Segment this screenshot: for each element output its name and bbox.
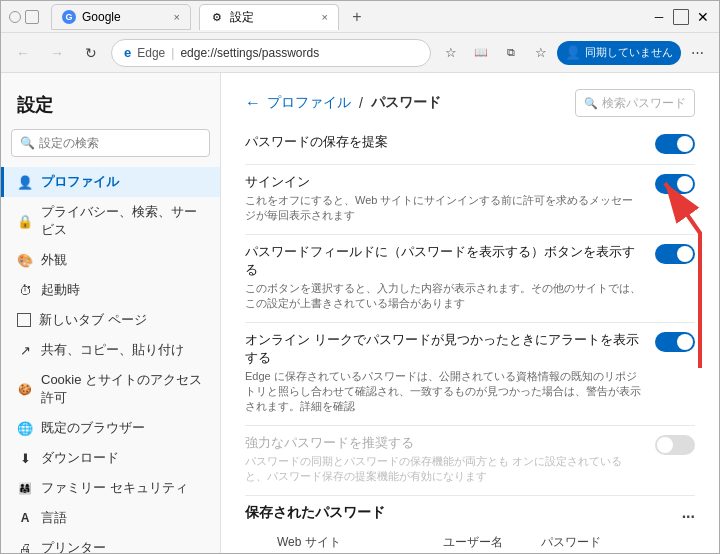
section-suggest-strong-title: 強力なパスワードを推奨する bbox=[245, 434, 643, 452]
sidebar-item-printer-label: プリンター bbox=[41, 539, 106, 553]
toggle-show-password[interactable] bbox=[655, 244, 695, 264]
section-alert-online-title: オンライン リークでパスワードが見つかったときにアラートを表示する bbox=[245, 331, 643, 367]
section-show-password-row: パスワードフィールドに（パスワードを表示する）ボタンを表示する このボタンを選択… bbox=[245, 243, 695, 312]
sidebar-item-cookies[interactable]: 🍪 Cookie とサイトのアクセス許可 bbox=[1, 365, 220, 413]
family-icon: 👨‍👩‍👧 bbox=[17, 480, 33, 496]
main-area: 設定 🔍 👤 プロファイル 🔒 プライバシー、検索、サービス 🎨 外観 ⏱ 起動… bbox=[1, 73, 719, 553]
appearance-icon: 🎨 bbox=[17, 252, 33, 268]
toggle-offer-save[interactable] bbox=[655, 134, 695, 154]
sidebar-item-browser[interactable]: 🌐 既定のブラウザー bbox=[1, 413, 220, 443]
section-signin: サインイン これをオフにすると、Web サイトにサインインする前に許可を求めるメ… bbox=[245, 173, 695, 235]
sidebar-item-appearance[interactable]: 🎨 外観 bbox=[1, 245, 220, 275]
google-favicon: G bbox=[62, 10, 76, 24]
col-password: パスワード bbox=[535, 530, 645, 553]
toggle-signin[interactable] bbox=[655, 174, 695, 194]
section-suggest-strong-row: 強力なパスワードを推奨する パスワードの同期とパスワードの保存機能が両方とも オ… bbox=[245, 434, 695, 485]
sidebar-item-languages-label: 言語 bbox=[41, 509, 67, 527]
toggle-suggest-strong[interactable] bbox=[655, 435, 695, 455]
section-show-password-text: パスワードフィールドに（パスワードを表示する）ボタンを表示する このボタンを選択… bbox=[245, 243, 643, 312]
toggle-signin-knob bbox=[677, 176, 693, 192]
settings-icon[interactable]: ⋯ bbox=[683, 39, 711, 67]
sidebar-item-privacy-label: プライバシー、検索、サービス bbox=[41, 203, 204, 239]
section-show-password-desc: このボタンを選択すると、入力した内容が表示されます。その他のサイトでは、この設定… bbox=[245, 281, 643, 312]
sidebar-item-privacy[interactable]: 🔒 プライバシー、検索、サービス bbox=[1, 197, 220, 245]
sidebar-item-newtab-label: 新しいタブ ページ bbox=[39, 311, 147, 329]
breadcrumb-back-arrow[interactable]: ← bbox=[245, 94, 261, 112]
tab-settings[interactable]: ⚙ 設定 × bbox=[199, 4, 339, 30]
toggle-show-password-knob bbox=[677, 246, 693, 262]
sidebar-title: 設定 bbox=[1, 85, 220, 129]
sidebar-search-input[interactable] bbox=[39, 136, 201, 150]
section-offer-save: パスワードの保存を提案 bbox=[245, 133, 695, 165]
search-icon: 🔍 bbox=[20, 136, 35, 150]
toolbar-icons: ☆ 📖 ⧉ ☆ 👤 同期していません ⋯ bbox=[437, 39, 711, 67]
edge-label: Edge bbox=[137, 46, 165, 60]
favorites-icon[interactable]: ☆ bbox=[527, 39, 555, 67]
profile-icon: 👤 bbox=[565, 45, 581, 60]
section-alert-online: オンライン リークでパスワードが見つかったときにアラートを表示する Edge に… bbox=[245, 331, 695, 426]
new-tab-button[interactable]: + bbox=[343, 4, 371, 30]
profile-button[interactable]: 👤 同期していません bbox=[557, 41, 681, 65]
tab-google[interactable]: G Google × bbox=[51, 4, 191, 30]
sidebar-item-downloads[interactable]: ⬇ ダウンロード bbox=[1, 443, 220, 473]
col-website: Web サイト bbox=[271, 530, 437, 553]
breadcrumb-separator: / bbox=[359, 95, 363, 111]
newtab-icon bbox=[17, 313, 31, 327]
address-input[interactable]: e Edge | edge://settings/passwords bbox=[111, 39, 431, 67]
edge-logo-small: e bbox=[124, 45, 131, 60]
refresh-button[interactable]: ↻ bbox=[77, 39, 105, 67]
sidebar-item-share[interactable]: ↗ 共有、コピー、貼り付け bbox=[1, 335, 220, 365]
minimize-button[interactable] bbox=[9, 11, 21, 23]
star-icon[interactable]: ☆ bbox=[437, 39, 465, 67]
section-suggest-strong: 強力なパスワードを推奨する パスワードの同期とパスワードの保存機能が両方とも オ… bbox=[245, 434, 695, 496]
sidebar-item-startup-label: 起動時 bbox=[41, 281, 80, 299]
sidebar-item-startup[interactable]: ⏱ 起動時 bbox=[1, 275, 220, 305]
share-icon: ↗ bbox=[17, 342, 33, 358]
address-bar: ← → ↻ e Edge | edge://settings/passwords… bbox=[1, 33, 719, 73]
languages-icon: A bbox=[17, 510, 33, 526]
toggle-offer-save-knob bbox=[677, 136, 693, 152]
toggle-alert-online[interactable] bbox=[655, 332, 695, 352]
col-checkbox bbox=[245, 530, 271, 553]
content: ← プロファイル / パスワード 🔍 検索パスワード パスワードの保存を提案 bbox=[221, 73, 719, 553]
search-password-icon: 🔍 bbox=[584, 97, 598, 110]
sidebar-item-appearance-label: 外観 bbox=[41, 251, 67, 269]
split-icon[interactable]: ⧉ bbox=[497, 39, 525, 67]
forward-button[interactable]: → bbox=[43, 39, 71, 67]
downloads-icon: ⬇ bbox=[17, 450, 33, 466]
sidebar-item-share-label: 共有、コピー、貼り付け bbox=[41, 341, 184, 359]
search-password-box[interactable]: 🔍 検索パスワード bbox=[575, 89, 695, 117]
printer-icon: 🖨 bbox=[17, 540, 33, 553]
sidebar-item-profile[interactable]: 👤 プロファイル bbox=[1, 167, 220, 197]
sidebar-item-newtab[interactable]: 新しいタブ ページ bbox=[1, 305, 220, 335]
window-close-btn[interactable]: ✕ bbox=[695, 9, 711, 25]
search-password-placeholder: 検索パスワード bbox=[602, 95, 686, 112]
back-button[interactable]: ← bbox=[9, 39, 37, 67]
window-minimize-btn[interactable]: ─ bbox=[651, 9, 667, 25]
sidebar-search-box[interactable]: 🔍 bbox=[11, 129, 210, 157]
tab-settings-close[interactable]: × bbox=[322, 11, 328, 23]
section-offer-save-title: パスワードの保存を提案 bbox=[245, 133, 643, 151]
browser-icon: 🌐 bbox=[17, 420, 33, 436]
section-signin-row: サインイン これをオフにすると、Web サイトにサインインする前に許可を求めるメ… bbox=[245, 173, 695, 224]
traffic-lights bbox=[9, 10, 39, 24]
breadcrumb-parent[interactable]: プロファイル bbox=[267, 94, 351, 112]
section-alert-online-row: オンライン リークでパスワードが見つかったときにアラートを表示する Edge に… bbox=[245, 331, 695, 415]
col-username: ユーザー名 bbox=[437, 530, 535, 553]
privacy-icon: 🔒 bbox=[17, 213, 33, 229]
read-mode-icon[interactable]: 📖 bbox=[467, 39, 495, 67]
settings-favicon: ⚙ bbox=[210, 10, 224, 24]
tab-google-close[interactable]: × bbox=[174, 11, 180, 23]
breadcrumb: ← プロファイル / パスワード bbox=[245, 94, 441, 112]
sidebar-item-printer[interactable]: 🖨 プリンター bbox=[1, 533, 220, 553]
content-wrapper: ← プロファイル / パスワード 🔍 検索パスワード パスワードの保存を提案 bbox=[221, 73, 719, 553]
sidebar-item-family[interactable]: 👨‍👩‍👧 ファミリー セキュリティ bbox=[1, 473, 220, 503]
tab-settings-label: 設定 bbox=[230, 9, 254, 26]
saved-passwords-more-button[interactable]: ... bbox=[682, 504, 695, 522]
sidebar: 設定 🔍 👤 プロファイル 🔒 プライバシー、検索、サービス 🎨 外観 ⏱ 起動… bbox=[1, 73, 221, 553]
section-suggest-strong-desc: パスワードの同期とパスワードの保存機能が両方とも オンに設定されていると、パスワ… bbox=[245, 454, 643, 485]
toggle-alert-online-knob bbox=[677, 334, 693, 350]
sidebar-item-languages[interactable]: A 言語 bbox=[1, 503, 220, 533]
window-maximize-btn[interactable] bbox=[673, 9, 689, 25]
section-alert-online-desc: Edge に保存されているパスワードは、公開されている資格情報の既知のリポジトリ… bbox=[245, 369, 643, 415]
